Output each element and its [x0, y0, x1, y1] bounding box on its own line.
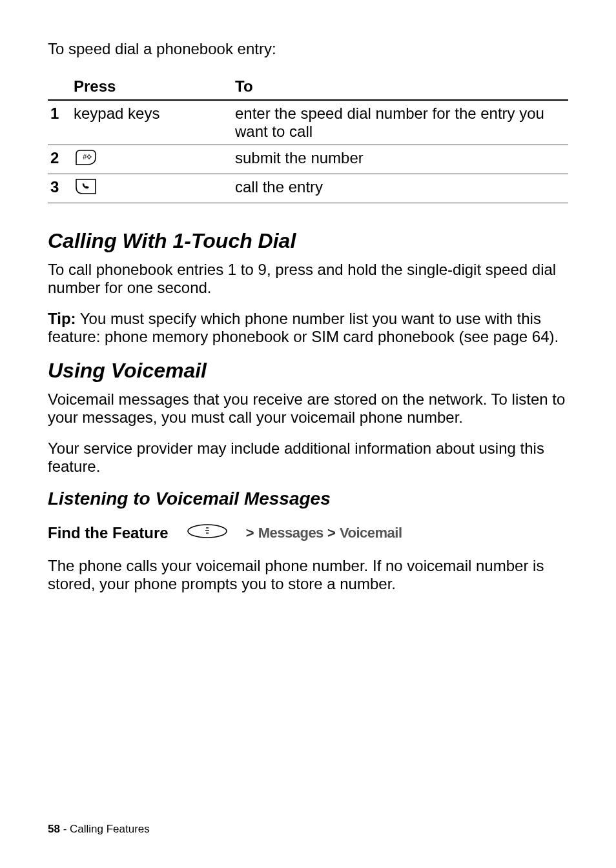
step-number: 1	[48, 100, 71, 145]
table-row: 3 call the entry	[48, 174, 568, 203]
table-row: 2 # submit the number	[48, 145, 568, 174]
section1-p1: To call phonebook entries 1 to 9, press …	[48, 261, 568, 297]
section2-p1: Voicemail messages that you receive are …	[48, 390, 568, 427]
tip-body: You must specify which phone number list…	[48, 310, 559, 345]
svg-text:#: #	[83, 153, 87, 161]
page-footer: 58 - Calling Features	[48, 823, 150, 836]
page-number: 58	[48, 823, 60, 835]
tip-label: Tip:	[48, 310, 76, 327]
footer-sep: -	[60, 823, 70, 835]
bracket: >	[246, 525, 254, 541]
column-header-press: Press	[71, 74, 232, 100]
section2-p2: Your service provider may include additi…	[48, 439, 568, 476]
step-to: submit the number	[232, 145, 568, 174]
section-heading-voicemail: Using Voicemail	[48, 359, 568, 383]
footer-section: Calling Features	[70, 823, 150, 835]
step-press: #	[71, 145, 232, 174]
table-row: 1 keypad keys enter the speed dial numbe…	[48, 100, 568, 145]
step-to: enter the speed dial number for the entr…	[232, 100, 568, 145]
menu-path: > Messages > Voicemail	[246, 525, 402, 541]
hash-key-icon: #	[74, 149, 98, 170]
step-number: 3	[48, 174, 71, 203]
send-key-icon	[74, 178, 98, 199]
find-feature-label: Find the Feature	[48, 524, 169, 542]
menu-item-messages: Messages	[258, 525, 323, 541]
subsection-heading-listening: Listening to Voicemail Messages	[48, 489, 568, 509]
svg-point-1	[88, 156, 91, 159]
step-number: 2	[48, 145, 71, 174]
step-press: keypad keys	[71, 100, 232, 145]
section1-tip: Tip: You must specify which phone number…	[48, 310, 568, 346]
steps-table: Press To 1 keypad keys enter the speed d…	[48, 74, 568, 203]
step-press	[71, 174, 232, 203]
bracket: >	[327, 525, 336, 541]
intro-text: To speed dial a phonebook entry:	[48, 40, 568, 58]
menu-key-icon	[187, 523, 228, 543]
svg-point-6	[188, 525, 227, 538]
subsection-p1: The phone calls your voicemail phone num…	[48, 557, 568, 593]
section-heading-1touch: Calling With 1-Touch Dial	[48, 229, 568, 253]
column-header-to: To	[232, 74, 568, 100]
menu-item-voicemail: Voicemail	[340, 525, 402, 541]
find-feature-row: Find the Feature > Messages > Voicemail	[48, 523, 568, 543]
step-to: call the entry	[232, 174, 568, 203]
